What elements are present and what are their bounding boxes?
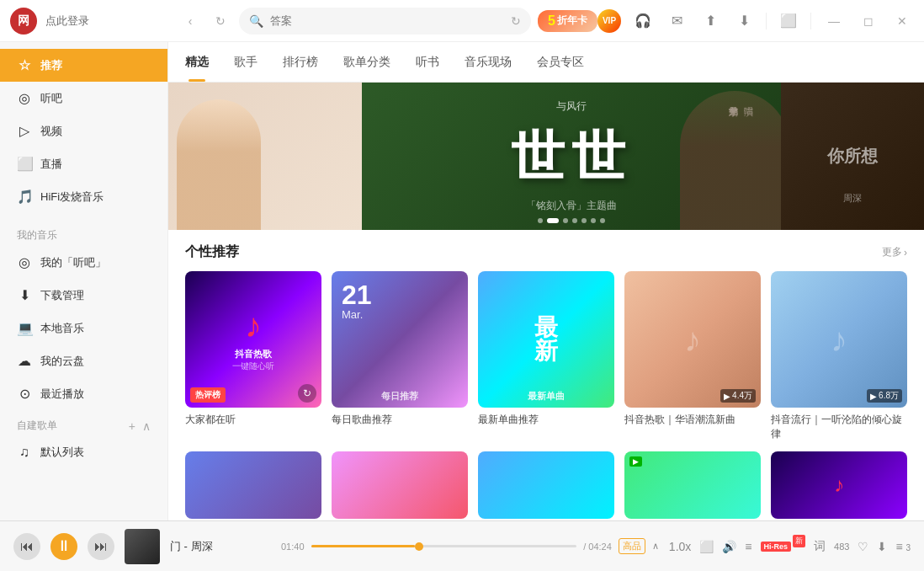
- sidebar-item-tingba[interactable]: ◎ 听吧: [0, 82, 167, 115]
- like-button[interactable]: ♡: [858, 540, 868, 553]
- play-icon-1: ▶: [724, 392, 730, 401]
- progress-bar[interactable]: [311, 545, 577, 547]
- bottom-card-3[interactable]: [478, 451, 614, 519]
- promo-badge[interactable]: 5 折年卡: [538, 10, 597, 32]
- tab-vip[interactable]: 会员专区: [537, 43, 584, 82]
- tab-chart[interactable]: 排行榜: [283, 43, 318, 82]
- card-label-2: 每日歌曲推荐: [332, 413, 468, 427]
- sidebar-label-live: 直播: [40, 157, 62, 172]
- banner-dot-6[interactable]: [591, 218, 596, 223]
- promo-text: 折年卡: [557, 13, 587, 28]
- mail-icon[interactable]: ✉: [665, 9, 688, 33]
- headphone-icon[interactable]: 🎧: [631, 9, 655, 33]
- banner-slide-2[interactable]: 世世 演唱摩登兄弟刘宇宁 与风行 「铭刻入骨」主题曲: [362, 83, 781, 230]
- cards-grid: ♪ 抖音热歌 一键随心听 热评榜 ↻ 大家都在听: [185, 271, 907, 441]
- speed-button[interactable]: 1.0x: [669, 540, 691, 553]
- card-label-5: 抖音流行｜一听沦陷的倾心旋律: [771, 413, 907, 441]
- bottom-card-1[interactable]: [185, 451, 321, 519]
- banner-dot-2[interactable]: [547, 218, 559, 223]
- bottom-thumb-4: ▶: [624, 451, 761, 519]
- play-pause-button[interactable]: ⏸: [50, 533, 77, 560]
- card-hot-people2[interactable]: ♪ ▶ 6.8万 抖音流行｜一听沦陷的倾心旋律: [771, 271, 907, 441]
- card-daily[interactable]: 21 Mar. 每日推荐 每日歌曲推荐: [332, 271, 468, 441]
- headphone-icon: ◎: [17, 90, 32, 106]
- douyin-label: 抖音热歌: [235, 348, 272, 360]
- tab-audiobook[interactable]: 听书: [416, 43, 439, 82]
- daily-bottom-label: 每日推荐: [381, 390, 418, 403]
- download-icon[interactable]: ⬇: [732, 9, 756, 33]
- bottom-card-4[interactable]: ▶: [624, 451, 761, 519]
- playlist-button[interactable]: ≡ 3: [895, 540, 911, 553]
- sidebar-label-download: 下载管理: [40, 288, 84, 303]
- banner-dot-5[interactable]: [581, 218, 587, 223]
- close-button[interactable]: ✕: [890, 11, 914, 31]
- search-input[interactable]: [270, 14, 504, 27]
- sidebar-item-cloud[interactable]: ☁ 我的云盘: [0, 344, 167, 377]
- banner-container: 世世 演唱摩登兄弟刘宇宁 与风行 「铭刻入骨」主题曲: [168, 83, 924, 230]
- volume-button[interactable]: 🔊: [722, 540, 736, 553]
- nav-back-button[interactable]: ‹: [178, 9, 202, 33]
- card-douyin-hot[interactable]: ♪ 抖音热歌 一键随心听 热评榜 ↻ 大家都在听: [185, 271, 321, 441]
- main-layout: ☆ 推荐 ◎ 听吧 ▷ 视频 ⬜ 直播 🎵 HiFi发烧音乐 我的音乐 ◎: [0, 42, 924, 520]
- upload-icon[interactable]: ⬆: [698, 9, 722, 33]
- bottom-card-2[interactable]: [332, 451, 468, 519]
- total-time: / 04:24: [583, 542, 612, 552]
- login-button[interactable]: 点此登录: [45, 13, 89, 29]
- nav-refresh-button[interactable]: ↻: [209, 9, 232, 33]
- eq-button[interactable]: ≡: [745, 540, 751, 553]
- banner-dot-3[interactable]: [563, 218, 568, 223]
- card-hot-people1[interactable]: ♪ ▶ 4.4万 抖音热歌｜华语潮流新曲: [624, 271, 761, 441]
- new-badge: 新: [793, 535, 805, 547]
- card-label-1: 大家都在听: [185, 413, 321, 427]
- tab-artist[interactable]: 歌手: [234, 43, 258, 82]
- play-count-2: ▶ 6.8万: [867, 389, 902, 403]
- new-bottom-label: 最新单曲: [528, 390, 565, 403]
- next-button[interactable]: ⏭: [88, 533, 114, 560]
- quality-badge[interactable]: 高品: [619, 538, 645, 554]
- player-progress: 01:40 / 04:24 高品 ∧: [281, 538, 659, 554]
- vip-icon[interactable]: VIP: [597, 9, 621, 33]
- lyrics-button[interactable]: 词: [814, 539, 826, 554]
- maximize-button[interactable]: ◻: [857, 11, 880, 31]
- player-bar: ⏮ ⏸ ⏭ 门 - 周深 01:40 / 04:24 高品 ∧ 1.0x ⬜ 🔊…: [0, 520, 924, 571]
- banner-section: 世世 演唱摩登兄弟刘宇宁 与风行 「铭刻入骨」主题曲: [168, 83, 924, 230]
- card-thumb-daily: 21 Mar. 每日推荐: [332, 271, 468, 408]
- sidebar-item-my-tingba[interactable]: ◎ 我的「听吧」: [0, 246, 167, 279]
- download-player-button[interactable]: ⬇: [877, 540, 887, 553]
- prev-button[interactable]: ⏮: [13, 533, 40, 560]
- banner-slide-3[interactable]: 你所想 周深: [781, 83, 924, 230]
- search-refresh-icon[interactable]: ↻: [511, 14, 521, 28]
- sidebar-item-video[interactable]: ▷ 视频: [0, 115, 167, 147]
- sidebar-item-recommend[interactable]: ☆ 推荐: [0, 49, 167, 82]
- banner-slide-1[interactable]: [168, 83, 362, 230]
- my-music-label: 我的音乐: [0, 220, 167, 246]
- daily-date: 21 Mar.: [342, 281, 372, 321]
- banner-dot-7[interactable]: [600, 218, 605, 223]
- sidebar-item-download[interactable]: ⬇ 下载管理: [0, 279, 167, 312]
- banner-dot-4[interactable]: [572, 218, 577, 223]
- tab-playlist[interactable]: 歌单分类: [343, 43, 390, 82]
- screen-button[interactable]: ⬜: [699, 540, 714, 553]
- banner-dot-1[interactable]: [538, 218, 543, 223]
- custom-collapse-button[interactable]: ∧: [142, 419, 151, 433]
- local-icon: 💻: [17, 320, 32, 336]
- custom-add-button[interactable]: +: [129, 419, 135, 433]
- sidebar-item-live[interactable]: ⬜ 直播: [0, 147, 167, 180]
- screen-icon[interactable]: ⬜: [777, 9, 800, 33]
- section-more-button[interactable]: 更多 ›: [882, 245, 907, 259]
- card-thumb-douyin: ♪ 抖音热歌 一键随心听 热评榜 ↻: [185, 271, 321, 408]
- tab-featured[interactable]: 精选: [185, 43, 209, 82]
- bottom-thumb-2: [332, 451, 468, 519]
- sidebar-item-local[interactable]: 💻 本地音乐: [0, 312, 167, 344]
- minimize-button[interactable]: —: [821, 11, 847, 31]
- recent-icon: ⊙: [17, 386, 32, 402]
- people2-placeholder: ♪: [831, 321, 847, 359]
- sidebar-item-recent[interactable]: ⊙ 最近播放: [0, 377, 167, 410]
- card-new-songs[interactable]: 最新 最新单曲 最新单曲推荐: [478, 271, 614, 441]
- tab-live[interactable]: 音乐现场: [465, 43, 512, 82]
- search-bar[interactable]: 🔍 ↻: [239, 8, 531, 35]
- sidebar-label-recent: 最近播放: [40, 387, 84, 402]
- sidebar-item-hifi[interactable]: 🎵 HiFi发烧音乐: [0, 180, 167, 213]
- sidebar-item-default-list[interactable]: ♫ 默认列表: [0, 436, 167, 468]
- bottom-card-5[interactable]: ♪: [771, 451, 907, 519]
